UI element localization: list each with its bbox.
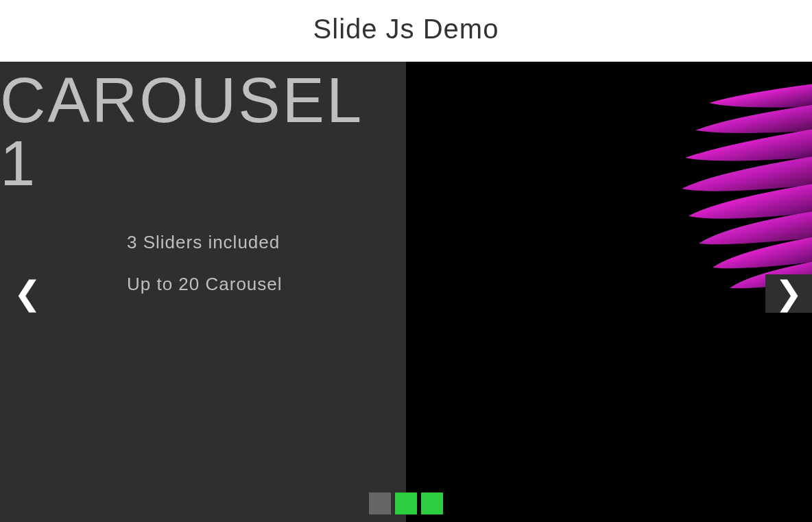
carousel-indicator-3[interactable] [421,493,443,514]
carousel-indicator-1[interactable] [369,493,391,514]
carousel-next-button[interactable]: ❯ [765,274,812,313]
page-header: Slide Js Demo [0,0,812,62]
page-title: Slide Js Demo [0,14,812,45]
slide-feature-item: 3 Sliders included [127,232,406,253]
slide-title: CAROUSEL 1 [0,69,406,195]
slide-feature-list: 3 Sliders included Up to 20 Carousel [0,232,406,295]
carousel-indicators [369,493,443,514]
slide-text-panel: CAROUSEL 1 3 Sliders included Up to 20 C… [0,62,406,522]
carousel: CAROUSEL 1 3 Sliders included Up to 20 C… [0,62,812,522]
slide-image-panel [406,62,812,522]
carousel-prev-button[interactable]: ❮ [4,274,51,313]
slide-feature-item: Up to 20 Carousel [127,274,406,295]
carousel-indicator-2[interactable] [395,493,417,514]
flower-image [647,75,812,295]
